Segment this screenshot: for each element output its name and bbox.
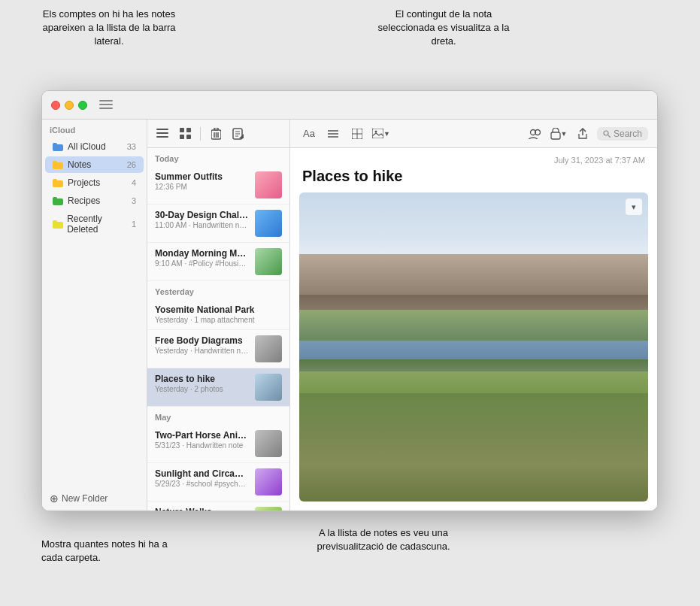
lock-button[interactable]: ▼ [549, 124, 568, 144]
sidebar-item-recently-deleted[interactable]: Recently Deleted 1 [45, 211, 144, 238]
minimize-button[interactable] [65, 101, 74, 110]
format-text-button[interactable]: Aa [299, 124, 319, 144]
traffic-lights [51, 101, 87, 110]
folder-projects-icon [53, 179, 63, 187]
note-thumbnail [255, 374, 282, 401]
svg-rect-26 [551, 132, 560, 139]
main-area: iCloud All iCloud 33 Notes 26 [42, 120, 657, 511]
search-placeholder: Search [614, 129, 642, 139]
note-view-image: ▾ [299, 192, 648, 501]
photo-expand-button[interactable]: ▾ [626, 198, 642, 215]
note-toolbar-right: ▼ Search [525, 124, 648, 144]
collaborate-button[interactable] [525, 124, 544, 144]
svg-rect-6 [186, 135, 191, 139]
close-button[interactable] [51, 101, 60, 110]
new-folder-icon: ⊕ [50, 492, 59, 504]
sidebar-item-label: Projects [68, 177, 100, 188]
svg-rect-4 [186, 128, 191, 132]
note-item-horse[interactable]: Two-Part Horse Anima... 5/31/23 · Handwr… [147, 425, 289, 463]
note-title: Nature Walks [155, 507, 249, 511]
note-item-summer-outfits[interactable]: Summer Outfits 12:36 PM [147, 166, 289, 205]
table-button[interactable] [347, 124, 367, 144]
notes-toolbar [147, 120, 289, 148]
note-meta: 9:10 AM · #Policy #Housing... [155, 259, 249, 268]
svg-rect-0 [156, 129, 168, 130]
media-button[interactable]: ▼ [371, 124, 391, 144]
note-item-30day[interactable]: 30-Day Design Challen... 11:00 AM · Hand… [147, 205, 289, 243]
note-thumbnail [255, 507, 282, 511]
note-thumbnail [255, 210, 282, 237]
sidebar-item-count: 4 [132, 178, 136, 187]
note-meta: 5/31/23 · Handwritten note [155, 441, 249, 450]
note-meta: 11:00 AM · Handwritten note [155, 221, 249, 229]
note-thumbnail [255, 248, 282, 275]
note-item-nature-walks[interactable]: Nature Walks 5/25/23 · Handwritten note [147, 501, 289, 511]
new-folder-button[interactable]: ⊕ New Folder [42, 486, 147, 511]
svg-point-27 [604, 131, 608, 135]
bullets-button[interactable] [323, 124, 343, 144]
note-meta: Yesterday · 2 photos [155, 385, 249, 393]
note-thumbnail [255, 430, 282, 457]
note-item-yosemite[interactable]: Yosemite National Park Yesterday · 1 map… [147, 299, 289, 330]
note-title: Summer Outfits [155, 171, 249, 182]
note-view-panel: Aa ▼ [290, 120, 657, 511]
svg-rect-1 [156, 132, 168, 134]
note-meta: 12:36 PM [155, 183, 249, 191]
folder-all-icloud-icon [53, 143, 63, 151]
search-box[interactable]: Search [597, 127, 648, 141]
new-folder-label: New Folder [62, 493, 108, 504]
note-item-sunlight[interactable]: Sunlight and Circadian... 5/29/23 · #sch… [147, 463, 289, 501]
sidebar-item-label: Recently Deleted [67, 214, 132, 235]
format-text-label: Aa [303, 128, 315, 139]
sidebar-item-projects[interactable]: Projects 4 [45, 174, 144, 191]
maximize-button[interactable] [78, 101, 87, 110]
note-item-free-body[interactable]: Free Body Diagrams Yesterday · Handwritt… [147, 330, 289, 368]
svg-rect-22 [372, 129, 383, 138]
new-note-button[interactable] [229, 125, 247, 143]
sidebar-header: iCloud [42, 120, 147, 138]
note-meta: Yesterday · 1 map attachment [155, 316, 282, 324]
note-view-toolbar: Aa ▼ [290, 120, 657, 148]
sidebar-item-label: Recipes [68, 195, 100, 206]
notes-list-panel: Today Summer Outfits 12:36 PM 30-Day Des… [147, 120, 290, 511]
sidebar-item-count: 26 [127, 160, 136, 169]
sidebar-item-recipes[interactable]: Recipes 3 [45, 192, 144, 209]
list-view-button[interactable] [153, 125, 171, 143]
note-toolbar-left: Aa ▼ [299, 124, 391, 144]
svg-line-28 [608, 135, 611, 138]
toolbar-separator [200, 127, 201, 141]
note-title: 30-Day Design Challen... [155, 210, 249, 220]
note-meta: 5/29/23 · #school #psycholo... [155, 480, 249, 488]
sidebar-item-all-icloud[interactable]: All iCloud 33 [45, 138, 144, 155]
note-title: Sunlight and Circadian... [155, 468, 249, 479]
folder-deleted-icon [53, 220, 62, 229]
svg-point-23 [375, 131, 377, 133]
sidebar-toggle-button[interactable] [99, 100, 113, 111]
delete-button[interactable] [207, 125, 225, 143]
note-item-places-hike[interactable]: Places to hike Yesterday · 2 photos [147, 368, 289, 407]
notes-list: Today Summer Outfits 12:36 PM 30-Day Des… [147, 148, 289, 511]
annotation-bottom-center: A la llista de notes es veu una previsua… [293, 526, 474, 553]
note-timestamp-text: July 31, 2023 at 7:37 AM [554, 156, 645, 165]
note-thumbnail [255, 468, 282, 495]
note-item-monday[interactable]: Monday Morning Meeting 9:10 AM · #Policy… [147, 243, 289, 281]
sidebar-item-notes[interactable]: Notes 26 [45, 156, 144, 173]
sidebar-item-label: All iCloud [68, 141, 106, 152]
annotation-top-right: El contingut de la nota seleccionada es … [368, 8, 519, 49]
sidebar-item-label: Notes [68, 159, 91, 170]
note-title: Two-Part Horse Anima... [155, 430, 249, 441]
note-view-title[interactable]: Places to hike [290, 168, 657, 192]
share-button[interactable] [573, 124, 592, 144]
note-timestamp: July 31, 2023 at 7:37 AM [290, 148, 657, 168]
note-title: Yosemite National Park [155, 305, 282, 315]
titlebar [42, 91, 657, 120]
section-header-may: May [147, 407, 289, 425]
grid-view-button[interactable] [176, 125, 194, 143]
svg-rect-5 [180, 135, 184, 139]
sidebar: iCloud All iCloud 33 Notes 26 [42, 120, 147, 511]
sidebar-item-count: 1 [132, 220, 136, 229]
folder-notes-icon [53, 161, 63, 169]
note-meta: Yesterday · Handwritten note [155, 347, 249, 355]
sidebar-item-count: 3 [132, 196, 136, 205]
annotation-bottom-left: Mostra quantes notes hi ha a cada carpet… [41, 538, 177, 565]
